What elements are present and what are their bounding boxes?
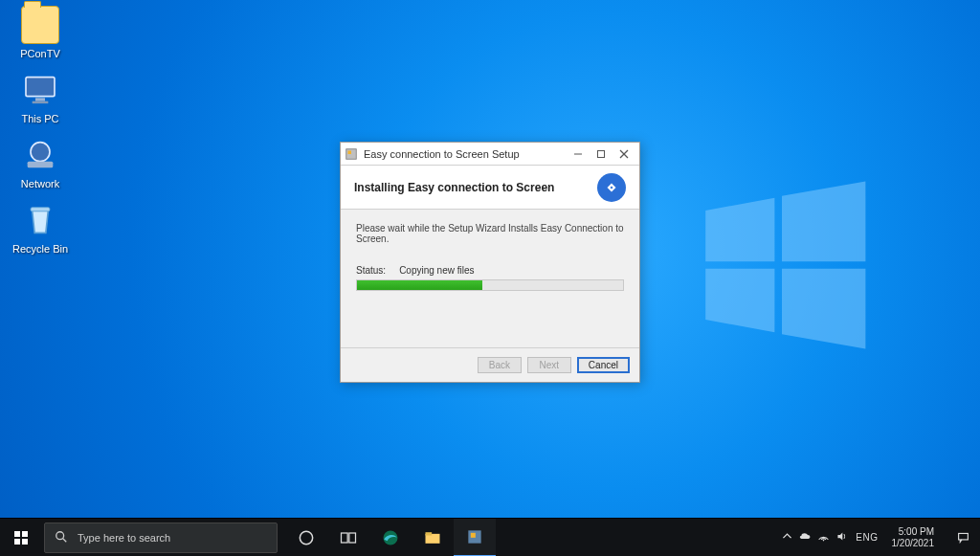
network-tray-icon[interactable]: [817, 530, 830, 545]
svg-rect-2: [33, 101, 49, 104]
svg-marker-8: [705, 269, 774, 333]
maximize-button[interactable]: [590, 145, 612, 164]
svg-rect-27: [426, 532, 433, 535]
installer-logo-icon: [597, 173, 626, 202]
task-view-icon[interactable]: [327, 519, 369, 557]
svg-marker-9: [782, 269, 865, 349]
svg-rect-29: [471, 532, 476, 537]
tray-chevron-up-icon[interactable]: [781, 530, 793, 545]
svg-rect-11: [348, 150, 352, 154]
progress-bar: [356, 279, 624, 291]
status-label: Status:: [356, 265, 386, 276]
edge-browser-icon[interactable]: [369, 519, 412, 557]
monitor-icon: [21, 71, 59, 109]
system-tray: ENG 5:00 PM 1/20/2021: [781, 519, 980, 557]
desktop: PConTV This PC Network Recycle Bin: [0, 0, 980, 518]
this-pc-icon[interactable]: This PC: [6, 71, 75, 124]
svg-point-20: [56, 531, 64, 539]
desktop-icon-label: PConTV: [6, 48, 75, 59]
svg-point-30: [823, 540, 825, 542]
desktop-icon-label: Recycle Bin: [6, 243, 75, 255]
svg-rect-19: [22, 539, 28, 545]
installer-window: Easy connection to Screen Setup Installi…: [340, 142, 640, 383]
onedrive-icon[interactable]: [799, 530, 812, 545]
svg-point-22: [300, 531, 312, 544]
svg-line-21: [63, 538, 67, 542]
globe-network-icon: [21, 136, 59, 174]
svg-rect-4: [28, 162, 54, 168]
installer-taskbar-icon[interactable]: [454, 519, 496, 557]
svg-rect-5: [31, 208, 50, 211]
close-button[interactable]: [612, 145, 635, 164]
folder-icon: [21, 6, 59, 44]
windows-logo-wallpaper: [691, 174, 873, 356]
minimize-button[interactable]: [567, 145, 590, 164]
start-button[interactable]: [0, 519, 42, 557]
language-indicator[interactable]: ENG: [856, 532, 878, 543]
svg-rect-1: [35, 98, 45, 100]
svg-rect-23: [342, 533, 348, 543]
svg-rect-31: [958, 533, 968, 540]
installer-header: Installing Easy connection to Screen: [341, 166, 639, 210]
cancel-button[interactable]: Cancel: [577, 357, 630, 373]
window-title: Easy connection to Screen Setup: [364, 148, 567, 160]
cortana-icon[interactable]: [285, 519, 327, 557]
installer-footer: Back Next Cancel: [341, 347, 639, 382]
search-box[interactable]: Type here to search: [44, 523, 278, 553]
wait-text: Please wait while the Setup Wizard Insta…: [356, 223, 624, 244]
clock-time: 5:00 PM: [892, 526, 935, 538]
taskbar: Type here to search: [0, 518, 980, 556]
file-explorer-icon[interactable]: [412, 519, 454, 557]
pcontv-folder-icon[interactable]: PConTV: [6, 6, 75, 59]
svg-rect-24: [349, 533, 356, 543]
svg-point-3: [31, 143, 50, 162]
svg-rect-13: [598, 150, 605, 157]
installer-body: Please wait while the Setup Wizard Insta…: [341, 210, 639, 300]
progress-fill: [357, 280, 482, 290]
clock-date: 1/20/2021: [892, 538, 935, 549]
trash-icon: [21, 201, 59, 239]
status-value: Copying new files: [399, 265, 474, 276]
svg-rect-16: [14, 531, 20, 537]
search-icon: [55, 530, 68, 545]
recycle-bin-icon[interactable]: Recycle Bin: [6, 201, 75, 255]
svg-rect-17: [22, 531, 28, 537]
speaker-icon[interactable]: [835, 530, 848, 545]
clock[interactable]: 5:00 PM 1/20/2021: [886, 526, 941, 549]
titlebar[interactable]: Easy connection to Screen Setup: [341, 143, 639, 166]
back-button: Back: [478, 357, 522, 373]
action-center-icon[interactable]: [947, 519, 978, 557]
svg-rect-0: [26, 78, 55, 97]
installer-heading: Installing Easy connection to Screen: [354, 181, 554, 194]
network-icon[interactable]: Network: [6, 136, 75, 189]
installer-app-icon: [345, 147, 358, 161]
desktop-icon-label: Network: [6, 178, 75, 189]
next-button: Next: [527, 357, 571, 373]
svg-rect-18: [14, 539, 20, 545]
search-placeholder: Type here to search: [78, 532, 170, 544]
svg-marker-7: [782, 182, 865, 262]
desktop-icon-label: This PC: [6, 113, 75, 124]
svg-marker-6: [705, 198, 774, 262]
